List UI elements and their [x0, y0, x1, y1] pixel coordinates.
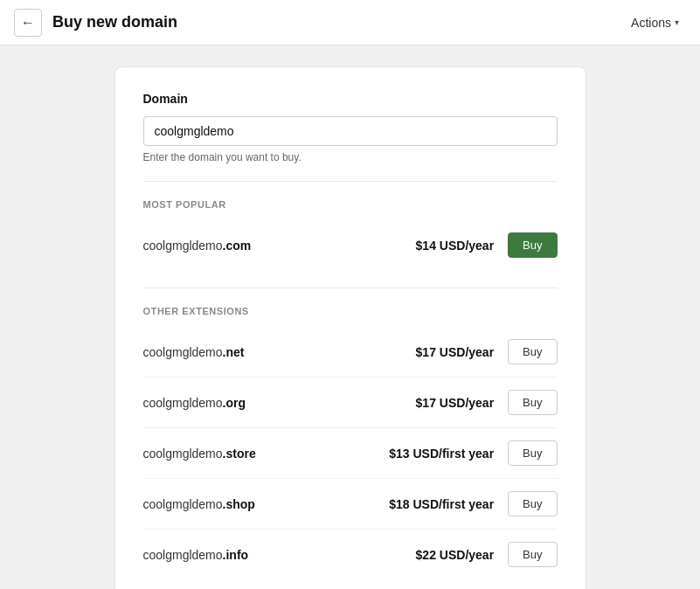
most-popular-label: MOST POPULAR — [143, 199, 558, 210]
chevron-down-icon: ▾ — [675, 17, 679, 27]
other-extensions-label: OTHER EXTENSIONS — [143, 306, 558, 316]
buy-button-net[interactable]: Buy — [508, 339, 557, 364]
buy-button-info[interactable]: Buy — [508, 542, 557, 567]
price-shop: $18 USD/first year — [389, 497, 494, 511]
table-row: coolgmgldemo.shop $18 USD/first year Buy — [143, 479, 558, 530]
actions-button[interactable]: Actions ▾ — [624, 10, 686, 35]
domain-input[interactable] — [143, 116, 558, 146]
popular-domain-name: coolgmgldemo.com — [143, 239, 252, 253]
input-hint: Enter the domain you want to buy. — [143, 151, 558, 163]
price-org: $17 USD/year — [416, 396, 495, 410]
actions-label: Actions — [631, 16, 671, 30]
popular-domain-right: $14 USD/year Buy — [416, 232, 558, 258]
other-extensions-section: OTHER EXTENSIONS coolgmgldemo.net $17 US… — [143, 306, 558, 579]
price-store: $13 USD/first year — [389, 447, 494, 461]
buy-button-shop[interactable]: Buy — [508, 491, 557, 516]
buy-button-store[interactable]: Buy — [508, 440, 557, 466]
table-row: coolgmgldemo.net $17 USD/year Buy — [143, 327, 558, 378]
domain-name-info: coolgmgldemo.info — [143, 548, 249, 562]
popular-domain-row: coolgmgldemo.com $14 USD/year Buy — [143, 220, 558, 270]
popular-buy-button[interactable]: Buy — [508, 232, 557, 258]
domain-name-org: coolgmgldemo.org — [143, 396, 246, 410]
row-right: $17 USD/year Buy — [416, 390, 558, 415]
row-right: $18 USD/first year Buy — [389, 491, 557, 516]
header: ← Buy new domain Actions ▾ — [0, 0, 700, 45]
price-net: $17 USD/year — [416, 345, 495, 359]
domain-section-label: Domain — [143, 92, 558, 106]
buy-button-org[interactable]: Buy — [508, 390, 557, 415]
header-left: ← Buy new domain — [14, 9, 177, 37]
table-row: coolgmgldemo.org $17 USD/year Buy — [143, 378, 558, 428]
domain-card: Domain Enter the domain you want to buy.… — [114, 66, 586, 589]
table-row: coolgmgldemo.info $22 USD/year Buy — [143, 530, 558, 579]
table-row: coolgmgldemo.store $13 USD/first year Bu… — [143, 428, 558, 479]
divider-2 — [143, 288, 558, 288]
price-info: $22 USD/year — [416, 548, 495, 562]
page-title: Buy new domain — [52, 13, 177, 31]
domain-name-store: coolgmgldemo.store — [143, 447, 256, 461]
most-popular-section: MOST POPULAR coolgmgldemo.com $14 USD/ye… — [143, 199, 558, 270]
domain-name-shop: coolgmgldemo.shop — [143, 497, 255, 511]
domain-name-net: coolgmgldemo.net — [143, 345, 245, 359]
popular-domain-price: $14 USD/year — [416, 239, 495, 253]
row-right: $22 USD/year Buy — [416, 542, 558, 567]
row-right: $17 USD/year Buy — [416, 339, 558, 364]
back-button[interactable]: ← — [14, 9, 42, 37]
page-content: Domain Enter the domain you want to buy.… — [0, 45, 700, 589]
row-right: $13 USD/first year Buy — [389, 440, 557, 466]
divider — [143, 181, 558, 182]
